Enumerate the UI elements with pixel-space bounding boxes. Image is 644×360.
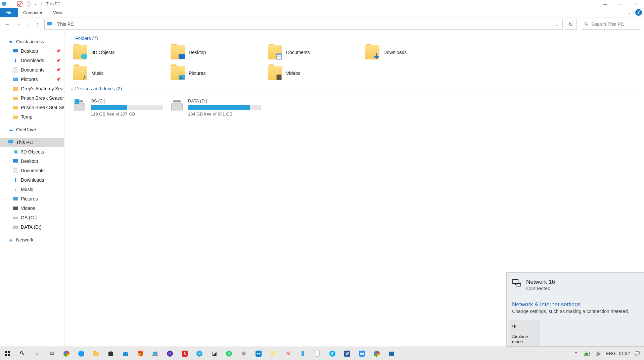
tray-overflow-icon[interactable]: ⌃ bbox=[572, 351, 580, 356]
forward-button[interactable]: → bbox=[14, 19, 24, 30]
minimize-button[interactable]: — bbox=[598, 0, 613, 8]
tab-view[interactable]: View bbox=[48, 8, 68, 17]
network-settings-link[interactable]: Network & Internet settings bbox=[507, 295, 644, 309]
taskbar-app-telegram[interactable]: ➤ bbox=[192, 347, 207, 360]
drive-free-text: 119 GB free of 237 GB bbox=[91, 111, 163, 117]
taskbar-app-chrome[interactable] bbox=[59, 347, 74, 360]
tree-item-videos[interactable]: Videos bbox=[0, 204, 64, 213]
checkbox-icon[interactable] bbox=[17, 1, 22, 7]
folder-item-music[interactable]: ♪ Music bbox=[73, 65, 171, 81]
folder-item-desktop[interactable]: Desktop bbox=[171, 44, 268, 60]
recent-locations-dropdown[interactable]: ⌄ bbox=[26, 19, 31, 30]
taskbar-app-cmd[interactable] bbox=[384, 347, 399, 360]
help-button[interactable]: ? bbox=[635, 9, 642, 16]
folder-item-3d-objects[interactable]: 3D Objects bbox=[73, 44, 171, 60]
taskbar-app-evernote[interactable]: ◪ bbox=[207, 347, 222, 360]
taskbar-app-zoom[interactable] bbox=[355, 347, 369, 360]
taskbar-app-notes[interactable] bbox=[266, 347, 281, 360]
search-box[interactable]: 🔍︎ bbox=[581, 19, 641, 30]
taskbar-app-laptop[interactable] bbox=[148, 347, 163, 360]
breadcrumb-chevron-icon[interactable]: › bbox=[54, 22, 55, 26]
tree-onedrive[interactable]: ☁ OneDrive bbox=[0, 125, 64, 134]
airplane-mode-tile[interactable]: ✈ Airplane mode bbox=[509, 320, 540, 346]
taskbar-app-gift[interactable]: 🎁 bbox=[133, 347, 148, 360]
drive-icon bbox=[13, 215, 18, 220]
group-header-folders[interactable]: ⌄ Folders (7) bbox=[66, 35, 643, 43]
drive-item-c[interactable]: OS (C:) 119 GB free of 237 GB bbox=[66, 97, 163, 117]
network-entry[interactable]: Network 16 Connected bbox=[507, 273, 644, 295]
search-button[interactable]: 🔍︎ bbox=[15, 347, 30, 360]
taskbar-app-acrobat[interactable]: A bbox=[177, 347, 192, 360]
up-button[interactable]: ↑ bbox=[33, 19, 42, 30]
back-button[interactable]: ← bbox=[3, 19, 12, 30]
document-icon[interactable] bbox=[26, 1, 31, 7]
tree-item-folder[interactable]: Grey's Anatomy Seasc bbox=[0, 84, 64, 93]
tree-quick-access[interactable]: ★ Quick access bbox=[0, 37, 64, 46]
tree-item-drive-c[interactable]: OS (C:) bbox=[0, 213, 64, 222]
close-button[interactable]: ✕ bbox=[629, 0, 644, 8]
taskbar-app-phone[interactable] bbox=[295, 347, 310, 360]
taskbar-app-settings[interactable]: ⚙ bbox=[236, 347, 251, 360]
tree-item-documents[interactable]: Documents 📌 bbox=[0, 65, 64, 75]
tree-item-documents[interactable]: Documents bbox=[0, 166, 64, 175]
taskbar-app-mail[interactable] bbox=[118, 347, 133, 360]
taskbar-app-whatsapp[interactable]: ✆ bbox=[222, 347, 236, 360]
taskbar-app-store[interactable] bbox=[103, 347, 118, 360]
tree-item-downloads[interactable]: ⬇Downloads bbox=[0, 175, 64, 185]
navigation-tree[interactable]: ★ Quick access Desktop 📌 ⬇ Downloads 📌 D… bbox=[0, 31, 64, 347]
folder-icon bbox=[268, 66, 282, 80]
tree-this-pc[interactable]: This PC bbox=[0, 138, 64, 147]
drive-item-d[interactable]: DATA (D:) 134 GB free of 931 GB bbox=[163, 97, 261, 117]
tree-item-pictures[interactable]: Pictures 📌 bbox=[0, 75, 64, 84]
svg-rect-40 bbox=[8, 354, 10, 356]
address-bar[interactable]: › This PC ⌄ bbox=[44, 19, 563, 30]
search-input[interactable] bbox=[591, 21, 644, 27]
address-dropdown-icon[interactable]: ⌄ bbox=[553, 21, 560, 27]
tree-network[interactable]: 🖧 Network bbox=[0, 235, 64, 244]
tree-item-downloads[interactable]: ⬇ Downloads 📌 bbox=[0, 56, 64, 65]
tab-file[interactable]: File bbox=[0, 8, 18, 17]
tree-item-desktop[interactable]: Desktop bbox=[0, 156, 64, 166]
folder-item-videos[interactable]: Videos bbox=[268, 65, 365, 81]
tree-item-folder[interactable]: Prison Break Season 5 bbox=[0, 93, 64, 103]
qat-dropdown-icon[interactable]: ▾ bbox=[35, 2, 36, 6]
group-header-drives[interactable]: ⌄ Devices and drives (2) bbox=[66, 85, 643, 93]
tree-label: 3D Objects bbox=[21, 149, 44, 154]
folder-item-downloads[interactable]: Downloads bbox=[365, 44, 463, 60]
taskbar-app-generic[interactable]: ❀ bbox=[281, 347, 295, 360]
taskbar-app-flickr[interactable] bbox=[251, 347, 266, 360]
svg-rect-1 bbox=[3, 5, 5, 6]
tree-item-drive-d[interactable]: DATA (D:) bbox=[0, 222, 64, 232]
breadcrumb-this-pc[interactable]: This PC bbox=[57, 21, 74, 27]
taskbar-app-skype[interactable]: S bbox=[325, 347, 340, 360]
volume-icon[interactable]: 🔊 bbox=[595, 351, 603, 356]
taskbar-app-explorer[interactable] bbox=[89, 347, 103, 360]
maximize-button[interactable]: ▭ bbox=[613, 0, 629, 8]
action-center-icon[interactable]: 💬 bbox=[633, 351, 641, 356]
tree-label: OS (C:) bbox=[21, 215, 37, 220]
taskbar-app-device[interactable] bbox=[310, 347, 325, 360]
tree-item-desktop[interactable]: Desktop 📌 bbox=[0, 46, 64, 56]
folder-item-documents[interactable]: Documents bbox=[268, 44, 365, 60]
tree-item-music[interactable]: ♪Music bbox=[0, 185, 64, 194]
folder-icon bbox=[13, 114, 18, 120]
taskbar-app-word[interactable]: W bbox=[340, 347, 355, 360]
taskbar-app-chrome2[interactable] bbox=[369, 347, 384, 360]
folder-item-pictures[interactable]: Pictures bbox=[171, 65, 268, 81]
clock[interactable]: 01:32 bbox=[619, 351, 630, 356]
svg-rect-34 bbox=[516, 283, 521, 286]
tree-item-folder[interactable]: Temp bbox=[0, 112, 64, 122]
taskbar-app-edge[interactable] bbox=[74, 347, 89, 360]
refresh-button[interactable]: ↻ bbox=[565, 19, 577, 30]
start-button[interactable] bbox=[0, 347, 15, 360]
tree-item-3d-objects[interactable]: ▣3D Objects bbox=[0, 147, 64, 156]
ribbon-expand-icon[interactable]: ⌄ bbox=[625, 8, 634, 17]
language-indicator[interactable]: ENG bbox=[606, 351, 615, 356]
tab-computer[interactable]: Computer bbox=[18, 8, 48, 17]
taskbar-app-torrent[interactable] bbox=[163, 347, 177, 360]
cortana-button[interactable]: ○ bbox=[30, 347, 44, 360]
task-view-button[interactable]: ⧉ bbox=[44, 347, 59, 360]
tree-item-folder[interactable]: Prison.Break.S04.Seas bbox=[0, 103, 64, 112]
tree-item-pictures[interactable]: Pictures bbox=[0, 194, 64, 204]
battery-icon[interactable] bbox=[583, 352, 591, 356]
